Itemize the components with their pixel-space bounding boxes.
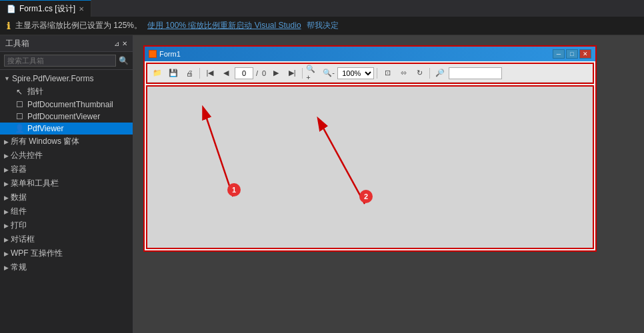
tab-label: Form1.cs [设计] <box>19 3 75 15</box>
page-number-input[interactable] <box>235 67 253 79</box>
toolbox-search-area: 🔍 <box>0 52 133 70</box>
component-icon-2: ☐ <box>15 112 24 121</box>
tree-category-label-containers: 容器 <box>11 164 27 175</box>
zoom-select[interactable]: 100% 75% 125% 150% 200% <box>337 67 374 79</box>
tree-category-allwindows[interactable]: ▶ 所有 Windows 窗体 <box>0 135 133 149</box>
form-window-controls: ─ □ ✕ <box>553 49 591 59</box>
chevron-right-icon-3: ▶ <box>4 166 9 173</box>
tree-group-spire: ▼ Spire.PdfViewer.Forms ↖ 指针 ☐ PdfDocume… <box>0 73 133 135</box>
tree-group-header-spire[interactable]: ▼ Spire.PdfViewer.Forms <box>0 73 133 85</box>
form-window: Form1 ─ □ ✕ 📁 💾 🖨 |◀ ◀ / <box>143 45 597 252</box>
rotate-button[interactable]: ↻ <box>412 67 427 80</box>
info-icon: ℹ <box>7 21 10 31</box>
tree-category-components[interactable]: ▶ 组件 <box>0 204 133 218</box>
next-page-button[interactable]: ▶ <box>269 67 283 80</box>
tab-icon: 📄 <box>7 5 16 13</box>
tree-category-label-dialogs: 对话框 <box>11 234 35 245</box>
toolbox-header-buttons: ⊿ ✕ <box>114 40 127 47</box>
chevron-right-icon: ▶ <box>4 139 9 145</box>
component-icon: ☐ <box>15 100 24 109</box>
search-input[interactable] <box>4 55 116 67</box>
tab-bar: 📄 Form1.cs [设计] ✕ <box>0 0 644 17</box>
tree-category-label-common: 公共控件 <box>11 150 43 161</box>
pointer-icon: ↖ <box>15 87 24 97</box>
tree-item-pdfdocumentviewer[interactable]: ☐ PdfDocumentViewer <box>0 111 133 123</box>
form-titlebar: Form1 ─ □ ✕ <box>145 47 595 61</box>
annotation-number-1: 1 <box>227 183 241 196</box>
form-app-icon <box>149 50 157 58</box>
svg-line-2 <box>319 120 365 204</box>
tree-category-label-components: 组件 <box>11 206 27 217</box>
prev-page-button[interactable]: ◀ <box>219 67 233 80</box>
tree-category-print[interactable]: ▶ 打印 <box>0 218 133 232</box>
toolbox-header: 工具箱 ⊿ ✕ <box>0 35 133 52</box>
chevron-right-icon-7: ▶ <box>4 222 9 229</box>
page-separator: / <box>255 69 259 77</box>
last-page-button[interactable]: ▶| <box>285 67 299 80</box>
tree-group-label-spire: Spire.PdfViewer.Forms <box>12 74 94 83</box>
chevron-right-icon-10: ▶ <box>4 264 9 271</box>
tree-item-label-viewer: PdfDocumentViewer <box>27 112 100 121</box>
separator-3 <box>377 68 377 79</box>
tab-form1-design[interactable]: 📄 Form1.cs [设计] ✕ <box>0 0 91 17</box>
fit-width-button[interactable]: ⬄ <box>396 67 411 80</box>
tree-category-common[interactable]: ▶ 公共控件 <box>0 149 133 163</box>
tree-category-menus[interactable]: ▶ 菜单和工具栏 <box>0 176 133 190</box>
print-button[interactable]: 🖨 <box>182 67 197 80</box>
annotation-layer <box>147 87 593 248</box>
tree-category-label-wpf: WPF 互操作性 <box>11 248 63 259</box>
separator-4 <box>429 68 430 79</box>
page-total: 0 <box>261 69 267 77</box>
tree-category-label-menus: 菜单和工具栏 <box>11 178 59 189</box>
search-text-input[interactable] <box>449 67 502 79</box>
toolbox-tree: ▼ Spire.PdfViewer.Forms ↖ 指针 ☐ PdfDocume… <box>0 70 133 333</box>
minimize-button[interactable]: ─ <box>553 49 565 59</box>
tree-item-label-thumbnail: PdfDocumentThumbnail <box>27 100 113 109</box>
pdf-content-area: 1 2 <box>146 85 594 249</box>
tree-category-general[interactable]: ▶ 常规 <box>0 260 133 274</box>
info-bar: ℹ 主显示器缩放比例已设置为 125%。 使用 100% 缩放比例重新启动 Vi… <box>0 17 644 35</box>
chevron-right-icon-9: ▶ <box>4 250 9 257</box>
chevron-right-icon-6: ▶ <box>4 208 9 215</box>
zoom-in-button[interactable]: 🔍+ <box>305 67 320 80</box>
tree-category-wpf[interactable]: ▶ WPF 互操作性 <box>0 246 133 260</box>
maximize-button[interactable]: □ <box>566 49 578 59</box>
zoom-out-button[interactable]: 🔍- <box>321 67 336 80</box>
save-button[interactable]: 💾 <box>166 67 181 80</box>
tree-category-label-data: 数据 <box>11 192 27 203</box>
close-button[interactable]: ✕ <box>579 49 591 59</box>
tree-category-data[interactable]: ▶ 数据 <box>0 190 133 204</box>
toolbox-panel: 工具箱 ⊿ ✕ 🔍 ▼ Spire.PdfViewer.Forms ↖ 指针 <box>0 35 133 333</box>
pdf-viewer-toolbar: 📁 💾 🖨 |◀ ◀ / 0 ▶ ▶| 🔍+ 🔍- 100% <box>147 64 593 83</box>
tree-category-dialogs[interactable]: ▶ 对话框 <box>0 232 133 246</box>
pdfviewer-icon: 👤 <box>15 124 24 133</box>
close-icon[interactable]: ✕ <box>122 40 127 47</box>
svg-line-1 <box>203 109 233 196</box>
tab-close-button[interactable]: ✕ <box>79 5 84 13</box>
info-help-text[interactable]: 帮我决定 <box>307 20 339 31</box>
chevron-right-icon-2: ▶ <box>4 153 9 159</box>
find-button[interactable]: 🔎 <box>433 67 447 80</box>
fit-page-button[interactable]: ⊡ <box>380 67 395 80</box>
designer-area: Form1 ─ □ ✕ 📁 💾 🖨 |◀ ◀ / <box>133 35 644 333</box>
tree-category-label-allwindows: 所有 Windows 窗体 <box>11 136 79 147</box>
tree-item-pdfviewer[interactable]: 👤 PdfViewer <box>0 123 133 135</box>
search-button[interactable]: 🔍 <box>119 56 129 65</box>
chevron-down-icon: ▼ <box>4 75 10 82</box>
separator-2 <box>302 68 303 79</box>
tree-item-pointer[interactable]: ↖ 指针 <box>0 85 133 99</box>
open-file-button[interactable]: 📁 <box>150 67 165 80</box>
annotation-number-2: 2 <box>359 190 373 203</box>
info-restart-link[interactable]: 使用 100% 缩放比例重新启动 Visual Studio <box>147 20 301 31</box>
pin-icon[interactable]: ⊿ <box>114 40 119 47</box>
tree-category-label-print: 打印 <box>11 220 27 231</box>
tree-item-pdfdocumentthumbnail[interactable]: ☐ PdfDocumentThumbnail <box>0 99 133 111</box>
separator-1 <box>199 68 200 79</box>
form-title-text: Form1 <box>159 50 181 58</box>
form-title-left: Form1 <box>149 50 181 58</box>
first-page-button[interactable]: |◀ <box>203 67 217 80</box>
tree-item-label-pdfviewer: PdfViewer <box>27 124 63 133</box>
tree-category-containers[interactable]: ▶ 容器 <box>0 163 133 176</box>
toolbox-title: 工具箱 <box>5 38 29 49</box>
tree-category-label-general: 常规 <box>11 262 27 273</box>
